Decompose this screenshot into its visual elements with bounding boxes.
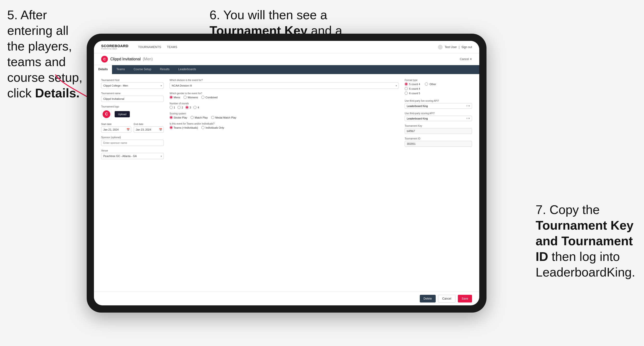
tab-teams[interactable]: Teams <box>112 65 129 74</box>
upload-button[interactable]: Upload <box>115 111 130 117</box>
end-date-wrapper: 📅 <box>134 127 164 133</box>
tab-leaderboards[interactable]: Leaderboards <box>174 65 200 74</box>
save-button[interactable]: Save <box>458 295 472 303</box>
tab-results[interactable]: Results <box>156 65 174 74</box>
division-select-wrapper: NCAA Division III <box>170 82 399 89</box>
tournament-host-group: Tournament Host Clippd College - Men <box>101 79 164 89</box>
gender-label: Which gender is the event for? <box>170 92 399 95</box>
third-party2-clear-icon[interactable]: × ▾ <box>466 117 470 120</box>
sponsor-input[interactable] <box>101 140 164 146</box>
rounds-1[interactable]: 1 <box>170 106 175 109</box>
teams-group: Is this event for Teams and/or Individua… <box>170 122 399 129</box>
main-content: Tournament Host Clippd College - Men Tou… <box>94 74 479 292</box>
format-6count4-label: 6 count 4 <box>409 87 420 90</box>
format-other: Other <box>425 82 436 86</box>
nav-teams[interactable]: TEAMS <box>167 45 177 49</box>
tablet-screen: SCOREBOARD Powered by clippd TOURNAMENTS… <box>94 41 479 305</box>
format-6count4-radio[interactable] <box>404 87 408 90</box>
tablet-device: SCOREBOARD Powered by clippd TOURNAMENTS… <box>87 34 486 313</box>
teams-plus-individuals[interactable]: Teams (+Individuals) <box>170 126 198 129</box>
tournament-key-label: Tournament Key <box>404 125 472 127</box>
logo-upload-row: C Upload <box>101 109 164 120</box>
format-6count5-radio[interactable] <box>404 92 408 95</box>
tournament-name: Clippd Invitational (Men) <box>110 57 153 61</box>
scoring-label: Scoring system <box>170 112 399 115</box>
cancel-header-button[interactable]: Cancel ✕ <box>460 57 472 61</box>
brand-name: SCOREBOARD <box>101 44 128 48</box>
format-other-radio[interactable] <box>425 82 428 86</box>
format-6count5: 6 count 5 <box>404 92 420 95</box>
third-party1-label: Use third-party live scoring API? <box>404 100 472 102</box>
nav-right: Test User | Sign out <box>438 45 472 49</box>
sign-out-link[interactable]: Sign out <box>462 45 472 49</box>
format-options-col: 5 count 4 6 count 4 6 count 5 <box>404 82 420 96</box>
venue-label: Venue <box>101 149 164 152</box>
tournament-logo-group: Tournament logo C Upload <box>101 105 164 120</box>
third-party1-group: Use third-party live scoring API? Leader… <box>404 100 472 109</box>
gender-radio-group: Mens Womens Combined <box>170 96 399 99</box>
tournament-id-value: 302051 <box>404 141 472 147</box>
tournament-key-value: b4f9b7 <box>404 128 472 134</box>
tournament-logo-label: Tournament logo <box>101 105 164 108</box>
user-name: Test User <box>444 45 457 49</box>
start-date-group: Start date 📅 <box>101 123 131 133</box>
brand-sub: Powered by clippd <box>101 48 128 50</box>
end-date-group: End date 📅 <box>134 123 164 133</box>
scoring-match[interactable]: Match Play <box>190 116 208 119</box>
tab-details[interactable]: Details <box>94 65 112 74</box>
date-row: Start date 📅 End date 📅 <box>101 123 164 133</box>
format-5count4-label: 5 count 4 <box>409 83 420 86</box>
third-party2-select[interactable]: Leaderboard King × ▾ <box>404 116 472 121</box>
format-type-group: Format type 5 count 4 6 count 4 <box>404 79 472 96</box>
nav-tournaments[interactable]: TOURNAMENTS <box>138 45 161 49</box>
tournament-name-input[interactable] <box>101 96 164 102</box>
user-avatar-icon <box>438 45 443 49</box>
gender-group: Which gender is the event for? Mens Wome… <box>170 92 399 99</box>
scoring-stroke[interactable]: Stroke Play <box>170 116 187 119</box>
rounds-group: Number of rounds 1 2 3 4 <box>170 102 399 109</box>
gender-womens[interactable]: Womens <box>184 96 198 99</box>
venue-group: Venue Peachtree GC - Atlanta - GA <box>101 149 164 159</box>
tournament-id-label: Tournament ID <box>404 137 472 140</box>
format-type-row: 5 count 4 6 count 4 6 count 5 <box>404 82 472 96</box>
annotation-step7: 7. Copy the Tournament Key and Tournamen… <box>536 202 637 280</box>
division-group: Which division is the event for? NCAA Di… <box>170 79 399 89</box>
rounds-label: Number of rounds <box>170 102 399 105</box>
col-middle: Which division is the event for? NCAA Di… <box>170 79 399 287</box>
division-label: Which division is the event for? <box>170 79 399 82</box>
col-right: Format type 5 count 4 6 count 4 <box>404 79 472 287</box>
tournament-name-label: Tournament name <box>101 92 164 95</box>
format-5count4: 5 count 4 <box>404 82 420 86</box>
calendar-icon-end: 📅 <box>159 128 162 131</box>
rounds-2[interactable]: 2 <box>178 106 183 109</box>
tournament-host-label: Tournament Host <box>101 79 164 82</box>
gender-mens[interactable]: Mens <box>170 96 180 99</box>
venue-select[interactable]: Peachtree GC - Atlanta - GA <box>101 153 164 159</box>
third-party1-select[interactable]: Leaderboard King × ▾ <box>404 103 472 109</box>
delete-button[interactable]: Delete <box>420 295 436 303</box>
third-party2-label: Use third-party scoring API? <box>404 112 472 115</box>
third-party1-clear-icon[interactable]: × ▾ <box>466 104 470 108</box>
scoring-medal-match[interactable]: Medal Match Play <box>211 116 236 119</box>
format-other-label: Other <box>430 83 436 86</box>
division-select[interactable]: NCAA Division III <box>170 82 399 89</box>
cancel-button[interactable]: Cancel <box>438 295 455 303</box>
logo-c-icon: C <box>102 110 110 118</box>
format-5count4-radio[interactable] <box>404 82 408 86</box>
tournament-host-select[interactable]: Clippd College - Men <box>101 82 164 89</box>
tab-course-setup[interactable]: Course Setup <box>129 65 156 74</box>
calendar-icon: 📅 <box>126 128 130 131</box>
rounds-4[interactable]: 4 <box>194 106 199 109</box>
end-date-label: End date <box>134 123 164 126</box>
tournament-key-group: Tournament Key b4f9b7 <box>404 125 472 134</box>
format-other-col: Other <box>425 82 436 96</box>
brand: SCOREBOARD Powered by clippd <box>101 44 128 50</box>
individuals-only[interactable]: Individuals Only <box>201 126 224 129</box>
rounds-radio-group: 1 2 3 4 <box>170 106 399 109</box>
third-party2-group: Use third-party scoring API? Leaderboard… <box>404 112 472 121</box>
rounds-3[interactable]: 3 <box>186 106 191 109</box>
gender-combined[interactable]: Combined <box>201 96 218 99</box>
logo-preview: C <box>101 109 112 120</box>
tournament-logo-icon: C <box>101 56 108 62</box>
venue-select-wrapper: Peachtree GC - Atlanta - GA <box>101 153 164 159</box>
